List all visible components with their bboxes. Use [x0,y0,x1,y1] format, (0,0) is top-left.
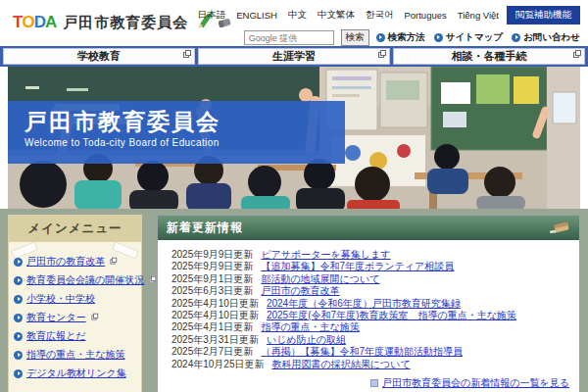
chalk-eraser-icon [549,220,570,235]
hero: 戸田市教育委員会 Welcome to Toda-city Board of E… [8,67,580,209]
search-input[interactable] [244,30,334,45]
news-item: 2025年4月1日更新 指導の重点・主な施策 [172,321,565,333]
content-area: メインメニュー 戸田市の教育改革 教育委員会会議の開催状況 [0,209,588,392]
news-link[interactable]: 2025年度(令和7年度)教育政策室 指導の重点・主な施策 [267,310,516,321]
news-item: 2025年6月3日更新 戸田市の教育改革 [172,285,565,297]
news-item: 2025年4月10日更新 2025年度(令和7年度)教育政策室 指導の重点・主な… [172,310,565,321]
sidebar-menu-item[interactable]: 小学校・中学校 [14,292,136,306]
site-title: 戸田市教育委員会 [63,14,188,32]
news-date: 2024年10月25日更新 [172,359,265,370]
hero-title: 戸田市教育委員会 [24,110,345,134]
news-link[interactable]: 【追加募集】令和7年度ボランティア相談員 [261,261,454,272]
news-link[interactable]: ピアサポーターを募集します [261,249,390,261]
external-link-icon [573,52,579,58]
news-link[interactable]: 部活動の地域展開について [261,273,379,285]
news-item: 2024年10月25日更新 教科用図書の採択結果について [172,359,565,370]
nav-tab[interactable]: 生涯学習 [198,48,390,65]
news-link[interactable]: 2024年度（令和6年度）戸田市教育研究集録 [267,298,461,310]
news-date: 2025年4月1日更新 [172,321,253,333]
nav-tab[interactable]: 学校教育 [3,48,195,65]
sidebar: メインメニュー 戸田市の教育改革 教育委員会会議の開催状況 [8,215,142,392]
external-link-icon [183,52,189,58]
site-header: TODA 戸田市教育委員会 日本語ENGLISH中文中文繁体한국어Portugu… [0,0,588,46]
news-date: 2025年4月10日更新 [172,298,259,310]
bullet-arrow-icon [14,369,23,378]
language-link[interactable]: 中文 [288,9,307,22]
news-item: 2025年9月9日更新 【追加募集】令和7年度ボランティア相談員 [172,261,565,272]
news-header: 新着更新情報 [158,216,579,240]
news-link[interactable]: （再掲）【募集】令和7年度運動部活動指導員 [261,346,463,358]
external-link-icon [378,52,384,58]
external-link-icon [150,277,155,282]
sidebar-menu-item[interactable]: 教育委員会会議の開催状況 [14,273,136,287]
arrow-circle-icon [434,33,443,42]
external-link-icon [91,315,96,319]
news-link[interactable]: 戸田市の教育改革 [261,285,339,297]
news-title: 新着更新情報 [167,220,243,236]
news-item: 2025年9月1日更新 部活動の地域展開について [172,273,565,285]
news-date: 2025年9月1日更新 [172,273,253,285]
bullet-arrow-icon [14,258,23,267]
main-menu-list: 戸田市の教育改革 教育委員会会議の開催状況 小学校・中学校 [9,255,141,380]
external-link-icon [111,259,116,264]
news-more-link[interactable]: 戸田市教育委員会の新着情報の一覧を見る [382,376,569,390]
news-date: 2025年9月9日更新 [172,249,253,261]
bullet-arrow-icon [14,295,23,304]
bullet-arrow-icon [14,351,23,360]
sidebar-menu-item[interactable]: 教育センター [14,311,136,324]
language-bar: 日本語ENGLISH中文中文繁体한국어PortuguesTiếng Việt 閲… [198,6,580,24]
news-item: 2025年2月7日更新 （再掲）【募集】令和7年度運動部活動指導員 [172,346,565,358]
news-link[interactable]: いじめ防止の取組 [267,334,346,346]
news-date: 2025年9月9日更新 [172,261,253,272]
utility-link[interactable]: サイトマップ [434,31,503,44]
news-link[interactable]: 指導の重点・主な施策 [261,321,359,333]
main-menu-title: メインメニュー [9,216,141,242]
sidebar-menu-item[interactable]: 教育広報とだ [14,329,136,343]
language-link[interactable]: 中文繁体 [318,9,355,22]
news-item: 2025年4月10日更新 2024年度（令和6年度）戸田市教育研究集録 [172,298,565,310]
language-link[interactable]: ENGLISH [236,10,277,21]
accessibility-button[interactable]: 閲覧補助機能 [507,6,580,24]
main-menu-box: メインメニュー 戸田市の教育改革 教育委員会会議の開催状況 [8,215,142,392]
language-link[interactable]: 한국어 [366,9,394,22]
language-link[interactable]: Tiếng Việt [458,10,499,21]
news-date: 2025年2月7日更新 [172,346,253,358]
hero-subtitle: Welcome to Toda-city Board of Education [24,137,345,148]
square-bullet-icon [370,379,378,387]
news-item: 2025年3月31日更新 いじめ防止の取組 [172,334,565,346]
bullet-arrow-icon [14,314,23,322]
search-bar: 検索 検索方法 サイトマップ お問い合わせ [198,29,580,46]
news-link[interactable]: 教科用図書の採択結果について [272,359,411,370]
news-date: 2025年3月31日更新 [172,334,259,346]
bullet-arrow-icon [14,332,23,341]
main-nav: 学校教育 生涯学習 相談・各種手続 [0,46,588,67]
search-button[interactable]: 検索 [341,29,369,46]
hero-banner: 戸田市教育委員会 Welcome to Toda-city Board of E… [8,101,345,164]
more-row: 戸田市教育委員会の新着情報の一覧を見る [158,370,579,392]
news-date: 2025年4月10日更新 [172,310,259,321]
news-date: 2025年6月3日更新 [172,285,253,297]
news-panel: 新着更新情報 2025年9月9日更新 ピアサポーターを募集します 2025年9月… [157,215,580,392]
arrow-circle-icon [512,33,520,42]
sidebar-menu-item[interactable]: 指導の重点・主な施策 [14,348,136,362]
arrow-circle-icon [376,33,385,42]
utility-link[interactable]: 検索方法 [376,31,425,44]
toda-logo: TODA [13,13,56,32]
sidebar-menu-item[interactable]: 戸田市の教育改革 [14,255,136,269]
bullet-arrow-icon [14,276,23,285]
language-link[interactable]: 日本語 [198,9,226,22]
language-link[interactable]: Portugues [404,10,446,21]
nav-tab[interactable]: 相談・各種手続 [393,48,585,65]
news-list: 2025年9月9日更新 ピアサポーターを募集します 2025年9月9日更新 【追… [158,249,579,370]
news-item: 2025年9月9日更新 ピアサポーターを募集します [172,249,565,261]
utility-link[interactable]: お問い合わせ [512,31,580,44]
sidebar-menu-item[interactable]: デジタル教材リンク集 [14,367,136,380]
